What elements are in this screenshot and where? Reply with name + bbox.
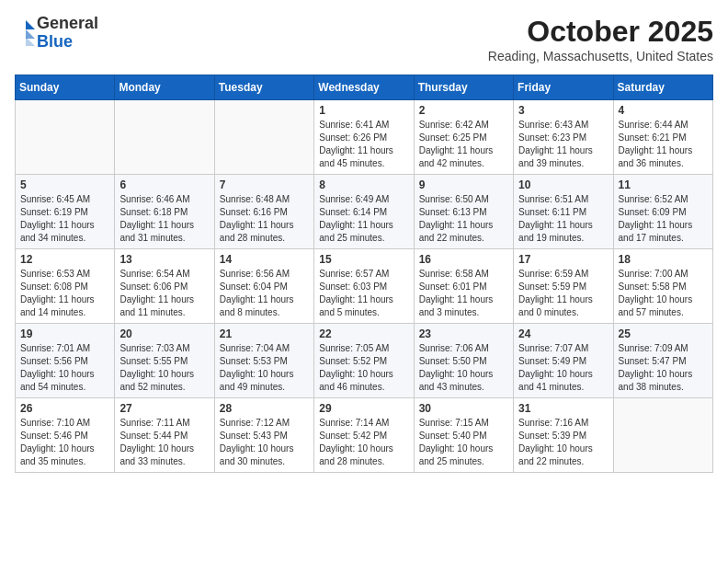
calendar-cell: 24Sunrise: 7:07 AM Sunset: 5:49 PM Dayli… [514,324,613,398]
weekday-row: SundayMondayTuesdayWednesdayThursdayFrid… [16,75,713,100]
day-number: 21 [220,327,309,340]
calendar-cell: 10Sunrise: 6:51 AM Sunset: 6:11 PM Dayli… [514,175,613,249]
day-info: Sunrise: 6:58 AM Sunset: 6:01 PM Dayligh… [419,268,508,319]
calendar-cell: 3Sunrise: 6:43 AM Sunset: 6:23 PM Daylig… [514,100,613,175]
calendar-cell: 2Sunrise: 6:42 AM Sunset: 6:25 PM Daylig… [414,100,513,175]
calendar-cell [613,398,712,473]
calendar-cell: 16Sunrise: 6:58 AM Sunset: 6:01 PM Dayli… [414,249,513,324]
calendar-week-row: 26Sunrise: 7:10 AM Sunset: 5:46 PM Dayli… [16,398,713,473]
calendar-cell [115,100,214,175]
logo: General Blue [15,15,98,52]
calendar-cell: 19Sunrise: 7:01 AM Sunset: 5:56 PM Dayli… [16,324,115,398]
day-number: 22 [319,327,408,340]
calendar-cell: 6Sunrise: 6:46 AM Sunset: 6:18 PM Daylig… [115,175,214,249]
day-info: Sunrise: 7:14 AM Sunset: 5:42 PM Dayligh… [319,417,408,468]
calendar-cell: 7Sunrise: 6:48 AM Sunset: 6:16 PM Daylig… [214,175,313,249]
month-title: October 2025 [488,15,713,49]
day-info: Sunrise: 6:48 AM Sunset: 6:16 PM Dayligh… [220,193,309,245]
calendar-cell: 25Sunrise: 7:09 AM Sunset: 5:47 PM Dayli… [613,324,712,398]
svg-marker-0 [26,20,35,29]
day-info: Sunrise: 6:54 AM Sunset: 6:06 PM Dayligh… [119,268,209,319]
logo-icon [17,20,35,46]
day-number: 3 [518,104,608,117]
calendar-week-row: 19Sunrise: 7:01 AM Sunset: 5:56 PM Dayli… [16,324,713,398]
day-info: Sunrise: 6:44 AM Sunset: 6:21 PM Dayligh… [619,119,708,170]
calendar-cell: 17Sunrise: 6:59 AM Sunset: 5:59 PM Dayli… [514,249,613,324]
day-number: 17 [518,253,608,266]
day-number: 26 [20,402,109,415]
weekday-header: Saturday [613,75,712,100]
day-info: Sunrise: 6:50 AM Sunset: 6:13 PM Dayligh… [419,193,508,245]
day-info: Sunrise: 6:41 AM Sunset: 6:26 PM Dayligh… [319,119,408,170]
calendar-cell: 21Sunrise: 7:04 AM Sunset: 5:53 PM Dayli… [214,324,313,398]
day-info: Sunrise: 7:04 AM Sunset: 5:53 PM Dayligh… [220,342,309,394]
day-number: 13 [119,253,209,266]
day-info: Sunrise: 6:51 AM Sunset: 6:11 PM Dayligh… [518,193,608,245]
calendar-week-row: 1Sunrise: 6:41 AM Sunset: 6:26 PM Daylig… [16,100,713,175]
calendar-week-row: 5Sunrise: 6:45 AM Sunset: 6:19 PM Daylig… [16,175,713,249]
calendar-cell: 12Sunrise: 6:53 AM Sunset: 6:08 PM Dayli… [16,249,115,324]
calendar-cell: 18Sunrise: 7:00 AM Sunset: 5:58 PM Dayli… [613,249,712,324]
day-info: Sunrise: 6:43 AM Sunset: 6:23 PM Dayligh… [518,119,608,170]
calendar-cell: 30Sunrise: 7:15 AM Sunset: 5:40 PM Dayli… [414,398,513,473]
weekday-header: Wednesday [314,75,414,100]
day-info: Sunrise: 7:05 AM Sunset: 5:52 PM Dayligh… [319,342,408,394]
calendar-cell: 26Sunrise: 7:10 AM Sunset: 5:46 PM Dayli… [16,398,115,473]
day-number: 15 [319,253,408,266]
weekday-header: Friday [514,75,613,100]
calendar-cell: 31Sunrise: 7:16 AM Sunset: 5:39 PM Dayli… [514,398,613,473]
calendar-cell: 9Sunrise: 6:50 AM Sunset: 6:13 PM Daylig… [414,175,513,249]
day-info: Sunrise: 6:49 AM Sunset: 6:14 PM Dayligh… [319,193,408,245]
day-number: 18 [619,253,708,266]
day-number: 31 [518,402,608,415]
calendar-cell: 14Sunrise: 6:56 AM Sunset: 6:04 PM Dayli… [214,249,313,324]
calendar-body: 1Sunrise: 6:41 AM Sunset: 6:26 PM Daylig… [16,100,713,473]
day-number: 19 [20,327,109,340]
day-number: 20 [119,327,209,340]
logo-text: General Blue [37,15,98,52]
day-number: 12 [20,253,109,266]
day-info: Sunrise: 6:59 AM Sunset: 5:59 PM Dayligh… [518,268,608,319]
weekday-header: Thursday [414,75,513,100]
calendar-cell: 5Sunrise: 6:45 AM Sunset: 6:19 PM Daylig… [16,175,115,249]
day-info: Sunrise: 6:52 AM Sunset: 6:09 PM Dayligh… [619,193,708,245]
weekday-header: Sunday [16,75,115,100]
calendar-week-row: 12Sunrise: 6:53 AM Sunset: 6:08 PM Dayli… [16,249,713,324]
day-number: 16 [419,253,508,266]
day-info: Sunrise: 7:09 AM Sunset: 5:47 PM Dayligh… [619,342,708,394]
day-number: 5 [20,178,109,191]
day-info: Sunrise: 6:42 AM Sunset: 6:25 PM Dayligh… [419,119,508,170]
day-number: 29 [319,402,408,415]
logo-blue: Blue [37,33,98,52]
day-number: 23 [419,327,508,340]
weekday-header: Tuesday [214,75,313,100]
day-info: Sunrise: 7:12 AM Sunset: 5:43 PM Dayligh… [220,417,309,468]
day-info: Sunrise: 7:03 AM Sunset: 5:55 PM Dayligh… [119,342,209,394]
calendar-cell: 22Sunrise: 7:05 AM Sunset: 5:52 PM Dayli… [314,324,414,398]
calendar-cell: 29Sunrise: 7:14 AM Sunset: 5:42 PM Dayli… [314,398,414,473]
calendar-cell: 20Sunrise: 7:03 AM Sunset: 5:55 PM Dayli… [115,324,214,398]
day-number: 14 [220,253,309,266]
title-area: October 2025 Reading, Massachusetts, Uni… [488,15,713,63]
calendar-cell: 13Sunrise: 6:54 AM Sunset: 6:06 PM Dayli… [115,249,214,324]
calendar-cell: 28Sunrise: 7:12 AM Sunset: 5:43 PM Dayli… [214,398,313,473]
calendar-cell [16,100,115,175]
day-number: 7 [220,178,309,191]
day-info: Sunrise: 6:53 AM Sunset: 6:08 PM Dayligh… [20,268,109,319]
day-number: 4 [619,104,708,117]
calendar-cell: 11Sunrise: 6:52 AM Sunset: 6:09 PM Dayli… [613,175,712,249]
day-info: Sunrise: 6:45 AM Sunset: 6:19 PM Dayligh… [20,193,109,245]
day-info: Sunrise: 6:56 AM Sunset: 6:04 PM Dayligh… [220,268,309,319]
calendar-cell: 15Sunrise: 6:57 AM Sunset: 6:03 PM Dayli… [314,249,414,324]
day-number: 28 [220,402,309,415]
day-number: 11 [619,178,708,191]
day-info: Sunrise: 6:57 AM Sunset: 6:03 PM Dayligh… [319,268,408,319]
calendar-cell [214,100,313,175]
location: Reading, Massachusetts, United States [488,49,713,63]
day-number: 27 [119,402,209,415]
day-info: Sunrise: 7:00 AM Sunset: 5:58 PM Dayligh… [619,268,708,319]
day-info: Sunrise: 7:11 AM Sunset: 5:44 PM Dayligh… [119,417,209,468]
day-number: 25 [619,327,708,340]
svg-marker-1 [26,29,35,39]
day-info: Sunrise: 7:16 AM Sunset: 5:39 PM Dayligh… [518,417,608,468]
